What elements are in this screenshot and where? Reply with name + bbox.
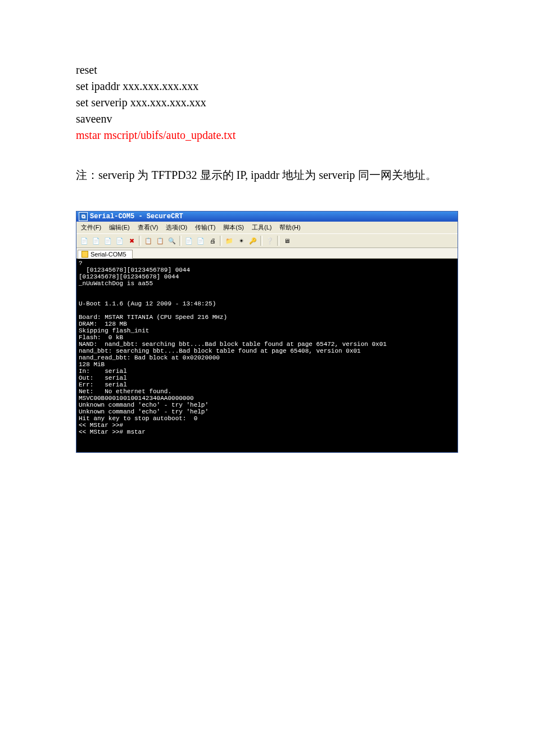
menu-script[interactable]: 脚本(S) (223, 223, 244, 232)
toolbar-separator (179, 236, 182, 246)
menu-bar: 文件(F) 编辑(E) 查看(V) 选项(O) 传输(T) 脚本(S) 工具(L… (76, 222, 458, 233)
tb-disconnect-icon[interactable]: ✖ (126, 235, 137, 246)
tb-global-opts-icon[interactable]: 📄 (195, 235, 206, 246)
cmd-set-serverip: set serverip xxx.xxx.xxx.xxx (76, 94, 458, 111)
tb-find-icon[interactable]: 🔍 (166, 235, 178, 246)
securecrt-window: ⧉ Serial-COM5 - SecureCRT 文件(F) 编辑(E) 查看… (76, 211, 458, 453)
menu-view[interactable]: 查看(V) (138, 223, 159, 232)
tb-keymap-icon[interactable]: 🔑 (247, 235, 259, 246)
window-titlebar[interactable]: ⧉ Serial-COM5 - SecureCRT (76, 212, 458, 222)
session-tab-bar: Serial-COM5 (76, 248, 458, 259)
menu-help[interactable]: 帮助(H) (279, 223, 300, 232)
tb-activator-icon[interactable]: ✴ (236, 235, 247, 246)
note-text: 注：serverip 为 TFTPD32 显示的 IP, ipaddr 地址为 … (76, 166, 458, 184)
menu-transfer[interactable]: 传输(T) (195, 223, 215, 232)
tb-session-opts-icon[interactable]: 📄 (183, 235, 194, 246)
toolbar-separator (260, 236, 263, 246)
tb-log-icon[interactable]: 📁 (224, 235, 235, 246)
app-icon: ⧉ (79, 212, 88, 221)
tb-copy-icon[interactable]: 📋 (143, 235, 154, 246)
tb-print-icon[interactable]: 🖨 (207, 235, 218, 246)
toolbar-separator (277, 236, 279, 246)
tb-help-icon[interactable]: ❔ (264, 235, 275, 246)
menu-tool[interactable]: 工具(L) (252, 223, 271, 232)
tb-quick-connect-icon[interactable]: 📄 (79, 235, 90, 246)
tb-new-session-icon[interactable]: 📄 (114, 235, 125, 246)
session-tab[interactable]: Serial-COM5 (78, 250, 133, 259)
tb-terminal-icon[interactable]: 🖥 (281, 235, 292, 246)
session-tab-label: Serial-COM5 (90, 251, 126, 258)
tab-status-icon (82, 251, 88, 258)
tb-connect-icon[interactable]: 📄 (90, 235, 102, 246)
cmd-reset: reset (76, 62, 458, 78)
window-title: Serial-COM5 - SecureCRT (90, 213, 183, 220)
toolbar: 📄 📄 📄 📄 ✖ 📋 📋 🔍 📄 📄 🖨 📁 ✴ 🔑 ❔ 🖥 (76, 233, 458, 248)
cmd-saveenv: saveenv (76, 111, 458, 127)
cmd-set-ipaddr: set ipaddr xxx.xxx.xxx.xxx (76, 78, 458, 94)
tb-paste-icon[interactable]: 📋 (155, 235, 166, 246)
menu-file[interactable]: 文件(F) (81, 223, 101, 232)
terminal-output[interactable]: ? [012345678][0123456789] 0044 [01234567… (76, 259, 458, 452)
toolbar-separator (139, 236, 141, 246)
menu-option[interactable]: 选项(O) (166, 223, 187, 232)
tb-reconnect-icon[interactable]: 📄 (102, 235, 114, 246)
menu-edit[interactable]: 编辑(E) (109, 223, 130, 232)
toolbar-separator (220, 236, 222, 246)
document-page: reset set ipaddr xxx.xxx.xxx.xxx set ser… (0, 0, 534, 756)
cmd-mstar: mstar mscript/ubifs/auto_update.txt (76, 127, 458, 143)
command-block: reset set ipaddr xxx.xxx.xxx.xxx set ser… (76, 62, 458, 143)
